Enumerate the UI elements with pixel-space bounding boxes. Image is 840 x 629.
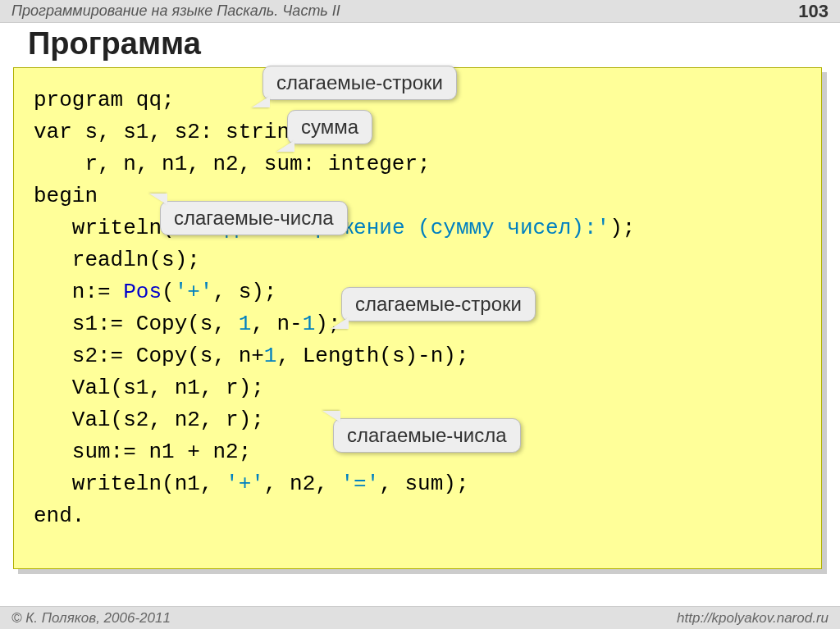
callout-label: слагаемые-строки <box>355 293 522 315</box>
code-line-7a: n:= <box>34 280 123 304</box>
slide: Программирование на языке Паскаль. Часть… <box>0 0 840 629</box>
callout-tail-icon <box>252 96 270 107</box>
callout-addends-numbers-mid: слагаемые-числа <box>333 418 521 453</box>
callout-label: слагаемые-числа <box>347 424 507 446</box>
code-line-8c: , n- <box>251 312 302 336</box>
callout-addends-numbers-top: слагаемые-числа <box>160 201 348 235</box>
code-line-3: r, n, n1, n2, sum: integer; <box>34 152 431 176</box>
slide-title: Программа <box>28 26 201 62</box>
code-line-7b: Pos <box>123 280 162 304</box>
code-line-9c: , Length(s)-n); <box>276 344 468 368</box>
header-title: Программирование на языке Паскаль. Часть… <box>11 2 340 20</box>
code-line-6: readln(s); <box>34 248 200 272</box>
code-line-4: begin <box>34 184 98 208</box>
code-line-7e: , s); <box>212 280 276 304</box>
code-line-1: program qq; <box>34 88 175 112</box>
code-line-13c: , n2, <box>264 472 341 496</box>
code-line-11: Val(s2, n2, r); <box>34 408 264 432</box>
code-line-9b: 1 <box>264 344 277 368</box>
callout-label: слагаемые-строки <box>276 71 443 93</box>
callout-addends-strings-mid: слагаемые-строки <box>341 287 536 321</box>
callout-addends-strings-top: слагаемые-строки <box>262 66 457 100</box>
header-bar: Программирование на языке Паскаль. Часть… <box>0 0 840 23</box>
code-line-13a: writeln(n1, <box>34 472 226 496</box>
code-line-2: var s, s1, s2: string; <box>34 120 315 144</box>
callout-tail-icon <box>276 140 294 152</box>
code-line-10: Val(s1, n1, r); <box>34 376 264 400</box>
code-line-13d: '=' <box>340 472 379 496</box>
code-line-8d: 1 <box>303 312 316 336</box>
code-line-8b: 1 <box>239 312 252 336</box>
code-line-13b: '+' <box>226 472 264 496</box>
callout-tail-icon <box>322 411 340 422</box>
code-line-12: sum:= n1 + n2; <box>34 440 251 464</box>
code-line-8a: s1:= Copy(s, <box>34 312 239 336</box>
footer-url: http://kpolyakov.narod.ru <box>677 610 829 627</box>
code-line-9a: s2:= Copy(s, n+ <box>34 344 264 368</box>
callout-sum: сумма <box>287 110 372 144</box>
callout-tail-icon <box>149 194 167 205</box>
code-line-14: end. <box>34 504 84 528</box>
code-line-13e: , sum); <box>379 472 468 496</box>
footer-copyright: © К. Поляков, 2006-2011 <box>11 610 171 627</box>
callout-label: сумма <box>301 116 358 138</box>
code-line-5c: ); <box>609 216 635 240</box>
code-line-5a: writeln( <box>34 216 175 240</box>
callout-tail-icon <box>331 317 349 329</box>
callout-label: слагаемые-числа <box>174 207 334 229</box>
code-line-7d: '+' <box>175 280 213 304</box>
footer-bar: © К. Поляков, 2006-2011 http://kpolyakov… <box>0 606 840 629</box>
code-line-7c: ( <box>162 280 175 304</box>
page-number: 103 <box>798 1 829 22</box>
